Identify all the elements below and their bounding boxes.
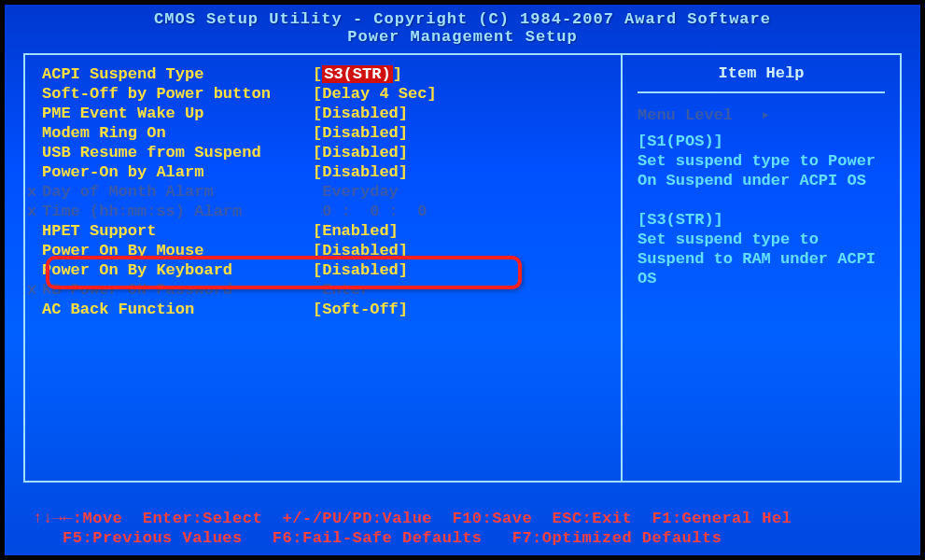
footer-line2: F5:Previous Values F6:Fail-Safe Defaults… [33,528,892,548]
setting-label: Power On By Keyboard [42,260,313,280]
setting-row[interactable]: xKB Power ON Password Enter [42,280,604,300]
setting-row[interactable]: PME Event Wake Up[Disabled] [42,104,604,123]
setting-row[interactable]: ACPI Suspend Type[S3(STR)] [42,64,604,84]
setting-row[interactable]: Modem Ring On[Disabled] [42,123,604,143]
main-frame: ACPI Suspend Type[S3(STR)]Soft-Off by Po… [23,53,902,483]
setting-label: Time (hh:mm:ss) Alarm [42,202,313,221]
setting-value[interactable]: [S3(STR)] [313,64,402,84]
setting-value[interactable]: [Soft-Off] [313,300,408,319]
setting-label: Day of Month Alarm [42,182,313,202]
help-s3-text: Set suspend type to Suspend to RAM under… [638,230,885,288]
help-s3-title: [S3(STR)] [638,210,885,230]
menu-level-label: Menu Level [638,106,733,124]
setting-row[interactable]: xDay of Month Alarm Everyday [42,182,604,202]
setting-value[interactable]: [Disabled] [313,104,408,123]
help-title: Item Help [638,64,885,93]
help-body: [S1(POS)] Set suspend type to Power On S… [638,132,885,288]
setting-value[interactable]: Enter [313,280,370,300]
setting-label: Soft-Off by Power button [42,84,313,104]
setting-row[interactable]: HPET Support[Enabled] [42,221,604,241]
footer: ↑↓→←:Move Enter:Select +/-/PU/PD:Value F… [5,509,920,548]
header: CMOS Setup Utility - Copyright (C) 1984-… [5,5,920,49]
setting-value[interactable]: [Disabled] [313,241,408,260]
help-panel: Item Help Menu Level ▸ [S1(POS)] Set sus… [623,55,900,481]
setting-row[interactable]: Power On By Keyboard[Disabled] [42,260,604,280]
help-s1-text: Set suspend type to Power On Suspend und… [638,151,885,190]
settings-panel: ACPI Suspend Type[S3(STR)]Soft-Off by Po… [25,55,623,481]
menu-level-indicator-icon: ▸ [761,106,770,124]
disabled-mark-icon: x [27,202,36,221]
setting-label: ACPI Suspend Type [42,64,313,84]
setting-row[interactable]: Power On By Mouse[Disabled] [42,241,604,260]
setting-value[interactable]: [Enabled] [313,221,399,241]
setting-label: HPET Support [42,221,313,241]
setting-label: Power-On by Alarm [42,162,313,182]
setting-row[interactable]: Power-On by Alarm[Disabled] [42,162,604,182]
setting-value[interactable]: Everyday [313,182,399,202]
disabled-mark-icon: x [27,182,36,202]
header-subtitle: Power Management Setup [5,28,920,46]
setting-row[interactable]: Soft-Off by Power button[Delay 4 Sec] [42,84,604,104]
menu-level: Menu Level ▸ [638,105,885,124]
setting-row[interactable]: AC Back Function[Soft-Off] [42,300,604,319]
bios-screen: CMOS Setup Utility - Copyright (C) 1984-… [3,3,922,557]
setting-label: KB Power ON Password [42,280,313,300]
setting-value[interactable]: [Disabled] [313,143,408,162]
setting-row[interactable]: xTime (hh:mm:ss) Alarm 0 : 0 : 0 [42,202,604,221]
setting-label: PME Event Wake Up [42,104,313,123]
setting-row[interactable]: USB Resume from Suspend[Disabled] [42,143,604,162]
setting-value[interactable]: [Delay 4 Sec] [313,84,437,104]
header-title: CMOS Setup Utility - Copyright (C) 1984-… [5,10,920,28]
footer-line1: ↑↓→←:Move Enter:Select +/-/PU/PD:Value F… [33,509,892,528]
setting-label: Modem Ring On [42,123,313,143]
setting-value[interactable]: [Disabled] [313,260,408,280]
setting-value[interactable]: [Disabled] [313,123,408,143]
setting-label: AC Back Function [42,300,313,319]
setting-label: Power On By Mouse [42,241,313,260]
setting-value[interactable]: 0 : 0 : 0 [313,202,427,221]
selected-value: S3(STR) [322,65,392,83]
setting-label: USB Resume from Suspend [42,143,313,162]
disabled-mark-icon: x [27,280,36,300]
help-s1-title: [S1(POS)] [638,132,885,151]
setting-value[interactable]: [Disabled] [313,162,408,182]
